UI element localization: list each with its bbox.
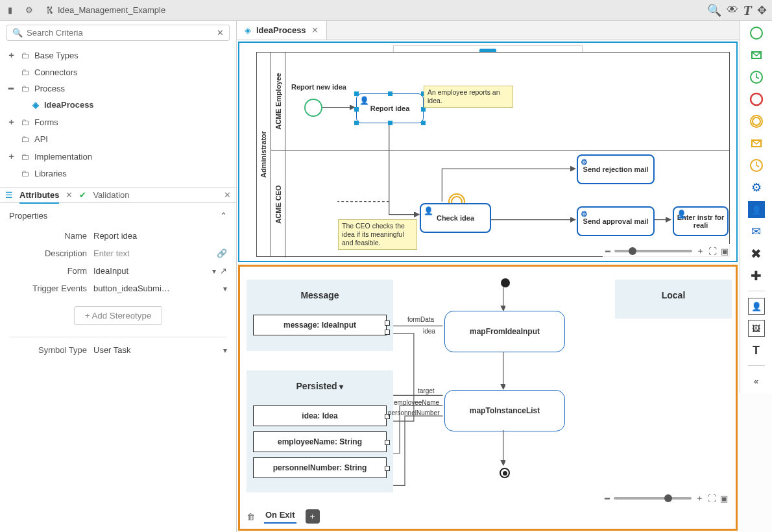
tree-process[interactable]: ━🗀Process <box>4 80 232 97</box>
pal-message-intermediate-icon[interactable] <box>748 135 765 152</box>
note-check[interactable]: The CEO checks the idea if its meaningfu… <box>338 219 417 250</box>
tree-connectors[interactable]: 🗀Connectors <box>4 64 232 80</box>
palette: ⚙ 👤 ✉ ✖ ✚ 👤 🖼 T « <box>740 21 772 393</box>
slot-idea[interactable]: idea: Idea <box>253 405 387 426</box>
pal-start-event-icon[interactable] <box>748 25 765 42</box>
pal-end-event-icon[interactable] <box>748 91 765 108</box>
pal-service-task-icon[interactable]: ⚙ <box>748 179 765 196</box>
pal-user-task-icon[interactable]: 👤 <box>748 201 765 218</box>
pal-intermediate-event-icon[interactable] <box>748 113 765 130</box>
tree-api[interactable]: 🗀API <box>4 131 232 147</box>
add-tab-button[interactable]: ＋ <box>306 509 320 524</box>
prop-desc-value[interactable]: Enter text <box>93 248 213 258</box>
svg-point-3 <box>751 93 762 105</box>
block-persisted[interactable]: Persisted ▾ idea: Idea employeeName: Str… <box>247 370 393 492</box>
zoom-control-top[interactable]: ━ ＋ ⛶ ▣ <box>603 244 731 258</box>
activity-mapto[interactable]: mapToInstanceList <box>444 390 565 431</box>
trash-icon[interactable]: 🗑 <box>247 512 255 522</box>
tree-libraries[interactable]: 🗀Libraries <box>4 165 232 182</box>
service-icon: ⚙ <box>581 158 588 167</box>
tree-idea-process[interactable]: ◈IdeaProcess <box>4 97 232 113</box>
final-node[interactable] <box>500 468 510 478</box>
close-validation-icon[interactable]: ✕ <box>224 190 231 200</box>
gear-icon[interactable]: ⚙ <box>19 1 39 20</box>
close-attributes-icon[interactable]: ✕ <box>66 190 73 200</box>
pal-user-icon[interactable]: 👤 <box>748 298 765 315</box>
properties-panel: Properties ⌃ NameReport idea Description… <box>0 203 236 532</box>
pal-timer-start-icon[interactable] <box>748 69 765 86</box>
slot-pers[interactable]: personnelNumber: String <box>253 457 387 478</box>
initial-node[interactable] <box>501 278 510 287</box>
task-approve[interactable]: ⚙ Send approval mail <box>577 206 655 236</box>
add-stereotype-button[interactable]: + Add Stereotype <box>74 306 163 325</box>
pal-text-icon[interactable]: T <box>748 342 765 359</box>
tree-implementation[interactable]: ＋🗀Implementation <box>4 147 232 165</box>
pal-timer-intermediate-icon[interactable] <box>748 157 765 174</box>
top-toolbar: ▮ ⚙ ⛕ Idea_Management_Example 🔍 👁 T ✥ <box>0 0 772 21</box>
prop-symbol-value[interactable]: User Task <box>93 345 219 355</box>
link-icon[interactable]: 🔗 <box>217 248 227 258</box>
note-report[interactable]: An employee reports an idea. <box>424 86 513 108</box>
clear-search-icon[interactable]: ✕ <box>217 28 224 38</box>
zoom-out-icon[interactable]: ━ <box>605 247 610 256</box>
prop-trigger-value[interactable]: button_ideaSubmi… <box>93 284 219 293</box>
close-tab-icon[interactable]: ✕ <box>311 25 319 35</box>
tab-attributes[interactable]: Attributes <box>19 190 59 204</box>
branch-icon: ⛕ <box>45 5 54 15</box>
editor-tab-ideaprocess[interactable]: ◈ IdeaProcess ✕ <box>237 21 327 40</box>
task-reject[interactable]: ⚙ Send rejection mail <box>577 154 655 184</box>
pal-collapse-icon[interactable]: « <box>748 372 765 389</box>
search-glass-icon: 🔍 <box>12 28 23 38</box>
move-icon[interactable]: ✥ <box>757 3 767 18</box>
tab-on-exit[interactable]: On Exit <box>264 510 296 524</box>
fit-icon[interactable]: ⛶ <box>708 247 717 256</box>
tree-base-types[interactable]: ＋🗀Base Types <box>4 46 232 64</box>
search-icon[interactable]: 🔍 <box>707 3 721 18</box>
eye-icon[interactable]: 👁 <box>727 3 738 17</box>
task-enter[interactable]: 👤 Enter instr for reali <box>673 206 729 236</box>
prop-name-value[interactable]: Report idea <box>93 231 227 241</box>
block-message[interactable]: Message message: IdeaInput <box>247 280 393 351</box>
reset-icon[interactable]: ▣ <box>720 494 728 503</box>
activity-mapfrom[interactable]: mapFromIdeaInput <box>444 311 565 352</box>
slot-emp[interactable]: employeeName: String <box>253 431 387 452</box>
open-external-icon[interactable]: ↗ <box>220 266 227 276</box>
start-event[interactable] <box>304 99 322 117</box>
collapse-icon[interactable]: ⌃ <box>220 211 227 221</box>
mapping-canvas[interactable]: Message message: IdeaInput Persisted ▾ i… <box>238 265 738 531</box>
search-input[interactable] <box>27 28 217 38</box>
zoom-out-icon[interactable]: ━ <box>605 494 610 503</box>
slot-message[interactable]: message: IdeaInput <box>253 315 387 335</box>
edge-persnum: personnelNumber <box>388 409 440 417</box>
zoom-in-icon[interactable]: ＋ <box>695 492 704 504</box>
model-tree: ＋🗀Base Types 🗀Connectors ━🗀Process ◈Idea… <box>0 45 236 183</box>
tab-validation[interactable]: Validation <box>93 190 129 200</box>
edge-idea: idea <box>423 328 435 335</box>
block-local[interactable]: Local <box>615 280 732 319</box>
pal-message-start-icon[interactable] <box>748 47 765 64</box>
pal-image-icon[interactable]: 🖼 <box>748 320 765 337</box>
reset-icon[interactable]: ▣ <box>721 247 729 256</box>
pal-parallel-gateway-icon[interactable]: ✚ <box>748 267 765 284</box>
zoom-in-icon[interactable]: ＋ <box>696 245 705 257</box>
chevron-down-icon[interactable]: ▾ <box>339 382 343 391</box>
prop-form-value[interactable]: IdeaInput <box>93 266 208 276</box>
chevron-down-icon[interactable]: ▾ <box>223 346 227 355</box>
tree-forms[interactable]: ＋🗀Forms <box>4 113 232 131</box>
project-tab[interactable]: ⛕ Idea_Management_Example <box>39 1 172 20</box>
edge-target: target <box>418 387 435 394</box>
bpmn-canvas[interactable]: 🗎 📄 ⇪ 🚫 ▦ ⇔ ⇕ ↶ ↷ Administrator ACME Emp… <box>238 42 738 262</box>
fit-icon[interactable]: ⛶ <box>708 494 716 503</box>
pal-gateway-icon[interactable]: ✖ <box>748 245 765 262</box>
chevron-down-icon[interactable]: ▾ <box>223 284 227 293</box>
svg-point-5 <box>753 117 760 125</box>
user-icon: 👤 <box>359 96 369 105</box>
chevron-down-icon[interactable]: ▾ <box>212 267 216 276</box>
pal-send-task-icon[interactable]: ✉ <box>748 223 765 240</box>
zoom-control-bottom[interactable]: ━ ＋ ⛶ ▣ <box>602 491 730 505</box>
text-tool-icon[interactable]: T <box>743 2 752 19</box>
task-check-idea[interactable]: 👤 Check idea <box>420 203 491 233</box>
folder-open-icon[interactable]: ▮ <box>0 1 19 20</box>
tree-search[interactable]: 🔍 ✕ <box>6 25 230 41</box>
task-report-idea[interactable]: 👤 Report idea <box>356 93 424 123</box>
